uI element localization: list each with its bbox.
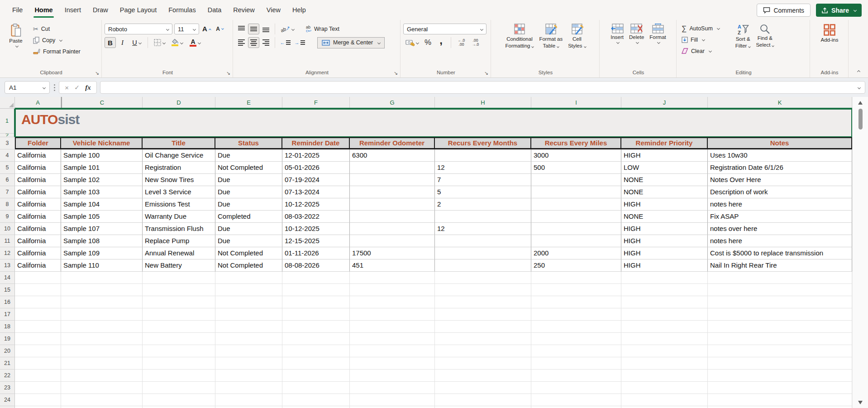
fill-color-button[interactable] <box>168 37 186 48</box>
number-dialog-launcher[interactable]: ↘ <box>484 71 488 75</box>
cell-C-22[interactable] <box>61 370 143 382</box>
cell-K-22[interactable] <box>708 370 852 382</box>
menu-tab-formulas[interactable]: Formulas <box>162 0 201 20</box>
cell-A-23[interactable] <box>15 382 61 394</box>
table-header-recurs-every-miles[interactable]: Recurs Every Miles <box>531 137 621 149</box>
cell-K-23[interactable] <box>708 382 852 394</box>
cell-C-9[interactable]: Sample 105 <box>61 211 143 223</box>
cell-C-21[interactable] <box>61 357 143 370</box>
format-as-table-button[interactable]: Format as Table <box>537 22 564 67</box>
cell-H-24[interactable] <box>435 394 531 406</box>
cell-C-8[interactable]: Sample 104 <box>61 198 143 211</box>
cell-K-13[interactable]: Nail In Right Rear Tire <box>708 259 852 272</box>
align-left-button[interactable] <box>236 37 247 48</box>
cell-J-18[interactable] <box>621 321 708 333</box>
cell-E-22[interactable] <box>215 370 282 382</box>
cell-G-12[interactable]: 17500 <box>350 247 435 259</box>
decrease-decimal-button[interactable]: .00 →.0 <box>469 37 482 48</box>
row-header-23[interactable]: 23 <box>0 382 15 394</box>
cell-C-6[interactable]: Sample 102 <box>61 174 143 186</box>
column-header-F[interactable]: F <box>282 97 350 108</box>
cell-C-19[interactable] <box>61 333 143 345</box>
cell-A-13[interactable]: California <box>15 259 61 272</box>
cell-F-18[interactable] <box>282 321 350 333</box>
borders-button[interactable] <box>151 37 167 48</box>
cell-F-15[interactable] <box>282 284 350 296</box>
cell-E-13[interactable]: Not Completed <box>215 259 282 272</box>
cell-E-15[interactable] <box>215 284 282 296</box>
cell-E-12[interactable]: Not Completed <box>215 247 282 259</box>
cell-K-15[interactable] <box>708 284 852 296</box>
align-center-button[interactable] <box>248 37 259 48</box>
row-header-3[interactable]: 3 <box>0 137 15 149</box>
cell-J-16[interactable] <box>621 296 708 308</box>
cell-I-11[interactable] <box>531 235 621 247</box>
cell-I-23[interactable] <box>531 382 621 394</box>
cell-G-23[interactable] <box>350 382 435 394</box>
row-header-5[interactable]: 5 <box>0 162 15 174</box>
cell-F-8[interactable]: 10-12-2025 <box>282 198 350 211</box>
cell-E-14[interactable] <box>215 272 282 284</box>
cell-H-4[interactable] <box>435 149 531 162</box>
formula-input[interactable] <box>100 81 865 94</box>
delete-cells-button[interactable]: Delete <box>627 22 646 67</box>
cell-K-12[interactable]: Cost is $5000 to replace transmission <box>708 247 852 259</box>
cell-D-12[interactable]: Annual Renewal <box>143 247 215 259</box>
orientation-button[interactable]: ab↗ <box>278 24 296 34</box>
cell-A-9[interactable]: California <box>15 211 61 223</box>
column-header-E[interactable]: E <box>215 97 282 108</box>
cell-F-17[interactable] <box>282 308 350 321</box>
cell-J-24[interactable] <box>621 394 708 406</box>
cell-I-6[interactable] <box>531 174 621 186</box>
row-header-16[interactable]: 16 <box>0 296 15 308</box>
cell-D-13[interactable]: New Battery <box>143 259 215 272</box>
cell-D-11[interactable]: Replace Pump <box>143 235 215 247</box>
cell-J-20[interactable] <box>621 345 708 357</box>
table-header-status[interactable]: Status <box>215 137 282 149</box>
cell-A-20[interactable] <box>15 345 61 357</box>
cell-D-10[interactable]: Transmission Flush <box>143 223 215 235</box>
cell-G-18[interactable] <box>350 321 435 333</box>
cell-J-14[interactable] <box>621 272 708 284</box>
cell-J-9[interactable]: NONE <box>621 211 708 223</box>
cell-E-24[interactable] <box>215 394 282 406</box>
number-format-select[interactable]: General <box>403 24 486 34</box>
cell-G-5[interactable] <box>350 162 435 174</box>
cell-J-19[interactable] <box>621 333 708 345</box>
cell-C-17[interactable] <box>61 308 143 321</box>
cell-J-5[interactable]: LOW <box>621 162 708 174</box>
cell-A-21[interactable] <box>15 357 61 370</box>
share-button[interactable]: Share <box>816 4 862 17</box>
cell-F-21[interactable] <box>282 357 350 370</box>
top-align-button[interactable] <box>236 24 247 34</box>
cell-G-13[interactable]: 451 <box>350 259 435 272</box>
table-header-folder[interactable]: Folder <box>15 137 61 149</box>
cell-F-19[interactable] <box>282 333 350 345</box>
cell-K-4[interactable]: Uses 10w30 <box>708 149 852 162</box>
cell-I-7[interactable] <box>531 186 621 198</box>
fill-button[interactable]: Fill <box>679 34 722 45</box>
menu-tab-page-layout[interactable]: Page Layout <box>114 0 162 20</box>
cell-D-19[interactable] <box>143 333 215 345</box>
cell-I-13[interactable]: 250 <box>531 259 621 272</box>
cell-H-17[interactable] <box>435 308 531 321</box>
bottom-align-button[interactable] <box>260 24 272 34</box>
cell-C-10[interactable]: Sample 107 <box>61 223 143 235</box>
cell-E-18[interactable] <box>215 321 282 333</box>
cell-E-19[interactable] <box>215 333 282 345</box>
row-header-8[interactable]: 8 <box>0 198 15 211</box>
cell-H-14[interactable] <box>435 272 531 284</box>
accounting-format-button[interactable] <box>403 37 420 48</box>
italic-button[interactable]: I <box>117 37 128 48</box>
column-header-J[interactable]: J <box>621 97 708 108</box>
cell-F-24[interactable] <box>282 394 350 406</box>
decrease-font-size-button[interactable]: A <box>214 24 225 34</box>
cell-C-24[interactable] <box>61 394 143 406</box>
row-header-12[interactable]: 12 <box>0 247 15 259</box>
cell-J-13[interactable]: HIGH <box>621 259 708 272</box>
sort-filter-button[interactable]: AZ Sort & Filter <box>734 22 753 67</box>
row-header-7[interactable]: 7 <box>0 186 15 198</box>
cell-J-12[interactable]: HIGH <box>621 247 708 259</box>
menu-tab-data[interactable]: Data <box>202 0 228 20</box>
cell-I-15[interactable] <box>531 284 621 296</box>
